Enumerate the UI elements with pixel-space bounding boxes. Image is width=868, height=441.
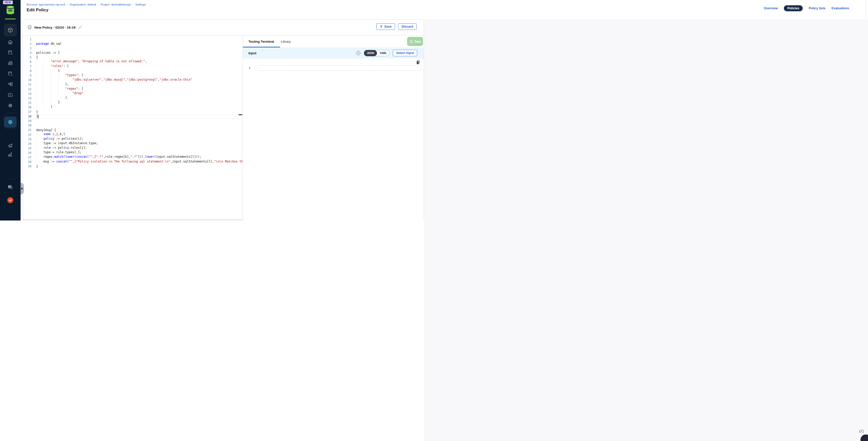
format-json[interactable]: JSON xyxy=(364,50,377,56)
sidebar-item-gear[interactable] xyxy=(5,100,15,111)
input-header-row: Input </> JSON YAML Select Input xyxy=(243,48,424,59)
breadcrumb-organization[interactable]: Organization: default xyxy=(69,3,96,6)
line-number: 11 xyxy=(23,83,31,86)
code-line[interactable]: 24 type := input.dbInstance.type; xyxy=(23,141,243,146)
svg-text:?: ? xyxy=(9,185,10,188)
line-number: 13 xyxy=(23,92,31,95)
code-line[interactable]: 3 xyxy=(23,46,243,51)
editor-horizontal-scrollbar[interactable] xyxy=(23,219,243,220)
code-line[interactable]: 17} xyxy=(23,110,243,114)
cube-icon xyxy=(7,27,13,33)
save-button[interactable]: Save xyxy=(376,23,395,30)
breadcrumb-settings[interactable]: Settings xyxy=(135,3,146,6)
code-line[interactable]: 10 "jdbc:sqlserver","jdbc:mysql","jdbc:p… xyxy=(23,78,243,83)
database-stack-icon xyxy=(7,61,13,66)
gear-icon xyxy=(7,103,13,108)
code-line[interactable]: 19 xyxy=(23,119,243,123)
page-title: Edit Policy xyxy=(27,7,49,12)
code-line[interactable]: 4policies := [ xyxy=(23,51,243,55)
harness-db-devops-logo[interactable]: ∞ xyxy=(5,5,15,15)
discard-button[interactable]: Discard xyxy=(398,23,417,30)
test-label: Test xyxy=(414,40,421,43)
sidebar-item-home[interactable] xyxy=(5,37,15,47)
line-number: 5 xyxy=(23,56,31,59)
code-line[interactable]: 26 type = rule.types[_]; xyxy=(23,151,243,155)
code-line[interactable]: 14 ] xyxy=(23,96,243,100)
sidebar-item-db-instances[interactable] xyxy=(5,69,15,79)
policy-code-editor[interactable]: 12package db_sql34policies := [5{6 "erro… xyxy=(23,36,243,219)
code-line[interactable]: 9 "types": [ xyxy=(23,73,243,78)
sidebar-item-db-config[interactable] xyxy=(5,48,15,58)
line-number: 9 xyxy=(23,74,31,77)
code-line[interactable]: 13 "drop" xyxy=(23,91,243,96)
play-circle-icon xyxy=(409,40,413,43)
code-line[interactable]: 23 policy := policies[i]; xyxy=(23,137,243,141)
select-input-button[interactable]: Select Input xyxy=(393,50,417,56)
code-line[interactable]: 29} xyxy=(23,164,243,169)
line-number: 8 xyxy=(23,69,31,72)
sidebar-item-layers-settings[interactable] xyxy=(5,140,15,151)
line-number: 10 xyxy=(23,78,31,82)
breadcrumb-account[interactable]: Account: app-harness-ng-cicd xyxy=(27,3,65,6)
code-line[interactable]: 11 ], xyxy=(23,83,243,87)
input-label: Input xyxy=(248,51,356,55)
database-instances-icon xyxy=(7,71,13,76)
sidebar-item-runs[interactable] xyxy=(5,90,15,100)
format-toggle[interactable]: JSON YAML xyxy=(364,50,390,56)
breadcrumb-separator: › xyxy=(98,3,99,6)
edit-pencil-icon[interactable] xyxy=(78,25,82,29)
line-number: 4 xyxy=(23,51,31,55)
user-avatar[interactable]: AT xyxy=(7,197,13,203)
module-selector-tile[interactable] xyxy=(4,24,17,36)
input-editor-lines: 1 xyxy=(243,65,424,70)
test-button[interactable]: Test xyxy=(407,37,423,46)
sidebar-item-flows[interactable] xyxy=(5,80,15,89)
line-number: 20 xyxy=(23,124,31,127)
edit-policy-card: New Policy - 02/24 - 16:19 Save Discard … xyxy=(23,19,424,220)
line-number: 15 xyxy=(23,101,31,104)
code-line[interactable]: 25 rule := policy.rules[j]; xyxy=(23,146,243,151)
code-line[interactable]: 22 some i,j,k,l xyxy=(23,132,243,137)
policy-card-header: New Policy - 02/24 - 16:19 Save Discard xyxy=(23,20,424,35)
sidebar-help-chat[interactable]: ? xyxy=(5,184,15,191)
active-tab-underline xyxy=(243,47,280,48)
code-line[interactable]: 12 "regex": [ xyxy=(23,87,243,91)
line-number: 22 xyxy=(23,133,31,136)
line-number: 23 xyxy=(23,138,31,141)
input-line[interactable]: 1 xyxy=(243,65,424,70)
line-number: 24 xyxy=(23,142,31,146)
code-editor-lines: 12package db_sql34policies := [5{6 "erro… xyxy=(23,37,243,169)
code-line[interactable]: 18] xyxy=(23,114,243,119)
breadcrumb-project[interactable]: Project: demodbdevops xyxy=(100,3,131,6)
sidebar-item-org-settings[interactable] xyxy=(5,150,15,159)
breadcrumb-separator: › xyxy=(133,3,134,6)
format-yaml[interactable]: YAML xyxy=(377,50,390,56)
code-line[interactable]: 2package db_sql xyxy=(23,41,243,46)
input-editor[interactable]: 1 xyxy=(243,59,424,70)
code-line[interactable]: 16 ] xyxy=(23,105,243,109)
sidebar-expand-handle[interactable] xyxy=(21,183,24,194)
infinity-glyph: ∞ xyxy=(5,7,15,13)
code-line[interactable]: 1 xyxy=(23,37,243,41)
code-line[interactable]: 21deny[msg] { xyxy=(23,128,243,132)
sidebar-item-settings-active[interactable] xyxy=(4,117,17,128)
code-line[interactable]: 15 } xyxy=(23,100,243,105)
sidebar: NEW ∞ xyxy=(0,0,21,220)
code-line[interactable]: 7 "rules": [ xyxy=(23,64,243,69)
code-line[interactable]: 27 regex.match(lower(concat("",[".*",rul… xyxy=(23,155,243,159)
tab-testing-terminal[interactable]: Testing Terminal xyxy=(248,40,274,43)
copy-icon[interactable] xyxy=(416,60,420,65)
code-line[interactable]: 20 xyxy=(23,123,243,128)
code-line[interactable]: 8 { xyxy=(23,69,243,73)
save-label: Save xyxy=(384,25,392,28)
line-number: 1 xyxy=(23,38,31,41)
tab-library[interactable]: Library xyxy=(281,40,291,43)
sidebar-item-db-stack[interactable] xyxy=(5,58,15,68)
code-line[interactable]: 28 msg := concat("",["Policy violation:\… xyxy=(23,160,243,164)
line-number: 27 xyxy=(23,156,31,159)
code-line[interactable]: 5{ xyxy=(23,55,243,60)
input-active-line-box[interactable] xyxy=(257,65,422,70)
line-number: 14 xyxy=(23,97,31,100)
line-number: 26 xyxy=(23,151,31,154)
code-line[interactable]: 6 "error_message": "Dropping of table is… xyxy=(23,60,243,64)
